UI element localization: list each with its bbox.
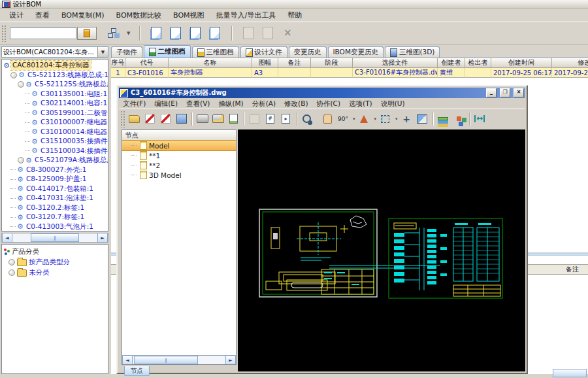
table-cell[interactable]: 车身控制器 xyxy=(169,68,252,78)
menu-item[interactable]: BOM数据比较 xyxy=(111,10,167,21)
cad-menu-item[interactable]: 协作(C) xyxy=(313,99,345,109)
expander-knob-icon[interactable] xyxy=(18,81,24,88)
node-panel-tab[interactable]: 节点 xyxy=(124,366,150,376)
column-header[interactable]: 创建者 xyxy=(438,58,465,68)
table-cell[interactable]: A3 xyxy=(252,68,278,78)
tab-active[interactable]: 二维图档 xyxy=(144,45,191,58)
column-header[interactable]: 修改时间 xyxy=(552,58,588,68)
tab-item[interactable]: 变更历史 xyxy=(289,46,327,58)
dropdown-arrow-icon[interactable]: ▾ xyxy=(395,116,398,122)
bom-tree-item[interactable]: ⚙C315100034:接插件:1 xyxy=(2,146,108,156)
measure-icon[interactable] xyxy=(473,112,487,126)
bom-tree-item[interactable]: ⚙C305199001:二极管:1 xyxy=(2,109,108,118)
bom-tree-hscrollbar[interactable]: ◄ ‖ ► xyxy=(1,233,108,243)
table-cell[interactable]: C3-F01016 xyxy=(125,68,169,78)
menu-item[interactable]: 批量导入/导出工具 xyxy=(211,10,282,21)
node-item[interactable]: Model xyxy=(122,141,236,150)
structure-tree-icon[interactable] xyxy=(174,112,188,126)
zoom-window-icon[interactable] xyxy=(378,112,392,126)
cad-toolbar-grip[interactable] xyxy=(120,111,125,128)
print-preview-icon[interactable] xyxy=(211,112,225,126)
table-cell[interactable]: 2017-09-25 06:17 xyxy=(491,68,552,78)
bom-tree-item[interactable]: ⚙C310100014:继电器:1 xyxy=(2,128,108,137)
bom-tree-item[interactable]: ⚙C0-3120.7:标签:1 xyxy=(2,213,108,222)
bom-tree-item[interactable]: ⚙C8-125009:护盖:1 xyxy=(2,175,108,184)
menu-item[interactable]: 帮助 xyxy=(282,10,307,21)
delete-disabled-icon[interactable]: × xyxy=(280,26,295,41)
expander-knob-icon[interactable] xyxy=(8,259,15,266)
table-cell[interactable] xyxy=(465,68,491,78)
cad-menu-item[interactable]: 分析(A) xyxy=(248,99,280,109)
redline-pencil2-icon[interactable] xyxy=(159,112,172,126)
rotate-90-icon[interactable]: 90° xyxy=(336,112,350,126)
menu-item[interactable]: 设计 xyxy=(4,10,29,21)
column-header[interactable]: 阶段 xyxy=(311,58,353,68)
tab-item[interactable]: 设计文件 xyxy=(240,46,287,58)
lower-hscrollbar[interactable] xyxy=(553,369,587,377)
expander-knob-icon[interactable] xyxy=(8,269,15,276)
scroll-left-icon[interactable]: ◄ xyxy=(2,233,12,243)
cad-menu-item[interactable]: 查看(V) xyxy=(182,99,214,109)
tab-item[interactable]: IBOM变更历史 xyxy=(328,46,384,58)
column-header[interactable]: 图幅 xyxy=(252,58,278,68)
column-header[interactable]: 名称 xyxy=(169,58,252,68)
bom-tree-item[interactable]: ⚙C0-413003:气泡片:1 xyxy=(2,222,108,232)
category-item[interactable]: 未分类 xyxy=(2,267,108,278)
edit-doc-icon[interactable] xyxy=(188,26,203,41)
image-compare-icon[interactable] xyxy=(416,112,429,126)
paste-disabled-icon[interactable] xyxy=(241,26,255,41)
node-item[interactable]: **1 xyxy=(122,150,236,160)
copy-disabled-icon[interactable] xyxy=(261,26,275,41)
scroll-left-icon[interactable]: ◄ xyxy=(122,355,133,365)
menu-item[interactable]: BOM视图 xyxy=(168,10,210,21)
print-icon[interactable] xyxy=(195,112,209,126)
node-item[interactable]: **2 xyxy=(122,160,236,170)
tab-item[interactable]: 三维图(3D) xyxy=(385,46,440,58)
search-input[interactable] xyxy=(10,27,76,39)
bom-tree-item[interactable]: ⚙C0-417031:泡沫垫:1 xyxy=(2,194,108,203)
column-header[interactable]: 选择文件 xyxy=(353,58,438,68)
dropdown-arrow-icon[interactable]: ▼ xyxy=(127,31,130,36)
table-cell[interactable]: 2017-09-25 06:17 xyxy=(552,68,588,78)
restore-button[interactable]: ❐ xyxy=(500,88,510,97)
column-header[interactable]: 创建时间 xyxy=(491,58,552,68)
bom-tree-item[interactable]: ⚙C0-414017:包装箱:1 xyxy=(2,184,108,194)
menu-item[interactable]: 查看 xyxy=(30,10,55,21)
cad-menu-item[interactable]: 操纵(M) xyxy=(214,99,247,109)
table-cell[interactable]: C3-F01016#车身控制器.dwg xyxy=(353,68,438,78)
column-header[interactable]: 备注 xyxy=(278,58,311,68)
category-root[interactable]: 产品分类 xyxy=(2,247,108,257)
table-cell[interactable]: 1 xyxy=(111,68,125,78)
expander-knob-icon[interactable] xyxy=(18,157,24,163)
node-panel-hscrollbar[interactable]: ◄ ‖ ► xyxy=(122,355,236,364)
scroll-right-icon[interactable]: ► xyxy=(97,233,108,243)
render-cone-icon[interactable] xyxy=(357,112,370,126)
hierarchy-icon[interactable] xyxy=(106,26,120,41)
menu-item[interactable]: BOM复制(M) xyxy=(56,10,110,21)
bom-tree-item[interactable]: ⚙C315100035:接插件:1 xyxy=(2,137,108,146)
category-item[interactable]: 按产品类型分 xyxy=(2,257,108,267)
layers-icon[interactable] xyxy=(436,112,450,126)
bom-tree-item[interactable]: ⚙C8-300027:外壳:1 xyxy=(2,165,108,175)
pan-hand-icon[interactable] xyxy=(321,112,335,126)
scroll-thumb[interactable]: ‖ xyxy=(31,233,79,242)
column-header[interactable]: 代号 xyxy=(125,58,169,68)
export-page-icon[interactable] xyxy=(227,112,240,126)
cad-drawing-canvas[interactable] xyxy=(238,129,525,371)
bom-tree-item[interactable]: ⚙C5-521079A:线路板总成:1 xyxy=(2,156,108,165)
cad-menu-item[interactable]: 文件(F) xyxy=(119,99,150,109)
page-next-icon[interactable] xyxy=(279,112,293,126)
cad-menu-item[interactable]: 修改(B) xyxy=(280,99,312,109)
bom-tree-item[interactable]: ⚙C5-521125S:线路板总成:1 xyxy=(2,80,108,90)
expander-knob-icon[interactable] xyxy=(10,72,17,78)
redline-pencil-icon[interactable] xyxy=(143,112,157,126)
bom-tree-item[interactable]: ⚙C301135001:电阻:1 xyxy=(2,90,108,99)
minimize-button[interactable]: _ xyxy=(486,88,497,97)
open-icon[interactable] xyxy=(127,112,141,126)
table-cell[interactable] xyxy=(311,68,353,78)
bom-view-combo[interactable]: 设计BOM(CAC801204:车身... ▼ xyxy=(1,46,108,58)
bom-tree-item[interactable]: ⚙CAC801204:车身控制器 xyxy=(2,61,108,71)
new-doc-icon[interactable] xyxy=(208,26,222,41)
table-cell[interactable]: 黄维 xyxy=(438,68,465,78)
toolbar-grip[interactable] xyxy=(1,25,6,42)
